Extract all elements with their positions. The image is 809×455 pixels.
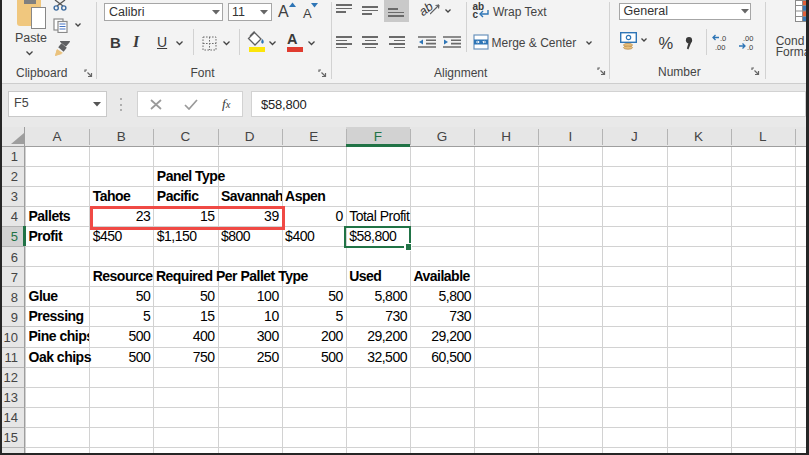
svg-text:.00: .00 xyxy=(715,43,725,51)
svg-text:.0: .0 xyxy=(747,43,753,51)
